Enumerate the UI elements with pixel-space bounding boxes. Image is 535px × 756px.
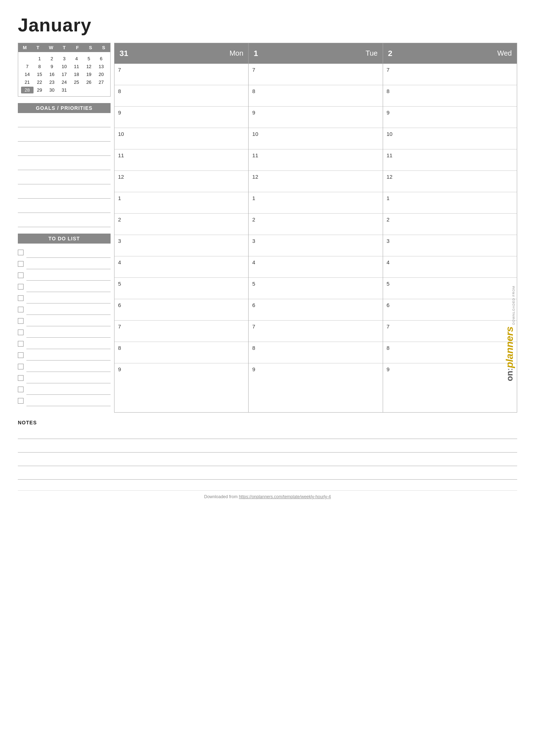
hour-row-tue-8b[interactable]: 8 (249, 342, 382, 363)
hour-row-wed-9[interactable]: 9 (383, 107, 517, 128)
goal-line-8[interactable] (18, 216, 111, 227)
hour-row-mon-8b[interactable]: 8 (114, 342, 248, 363)
hour-row-tue-12[interactable]: 12 (249, 171, 382, 192)
todo-line-7[interactable] (26, 316, 111, 326)
hour-row-tue-9b[interactable]: 9 (249, 363, 382, 385)
hour-row-wed-5[interactable]: 5 (383, 278, 517, 299)
goal-line-1[interactable] (18, 117, 111, 127)
todo-line-14[interactable] (26, 395, 111, 406)
hour-row-tue-9[interactable]: 9 (249, 107, 382, 128)
hour-row-wed-4[interactable]: 4 (383, 256, 517, 278)
hour-row-mon-5[interactable]: 5 (114, 278, 248, 299)
day-header-tue: 1 Tue (249, 43, 382, 64)
todo-line-5[interactable] (26, 293, 111, 303)
todo-line-12[interactable] (26, 373, 111, 383)
hour-row-wed-7[interactable]: 7 (383, 64, 517, 85)
hour-row-mon-12[interactable]: 12 (114, 171, 248, 192)
hour-row-tue-2[interactable]: 2 (249, 214, 382, 235)
hour-label-mon-5: 5 (118, 280, 128, 287)
hour-row-mon-8[interactable]: 8 (114, 85, 248, 107)
todo-line-1[interactable] (26, 247, 111, 258)
hour-label-wed-9b: 9 (387, 366, 397, 372)
hour-label-wed-11: 11 (387, 152, 397, 158)
hour-row-mon-7[interactable]: 7 (114, 64, 248, 85)
hour-row-mon-11[interactable]: 11 (114, 149, 248, 171)
cal-header-t2: T (58, 44, 71, 51)
todo-line-9[interactable] (26, 338, 111, 349)
todo-line-4[interactable] (26, 281, 111, 292)
todo-checkbox-9[interactable] (18, 341, 24, 347)
hour-label-mon-4: 4 (118, 259, 128, 265)
hour-label-tue-8: 8 (252, 87, 262, 94)
todo-checkbox-4[interactable] (18, 284, 24, 290)
hour-row-tue-7b[interactable]: 7 (249, 321, 382, 342)
todo-line-11[interactable] (26, 361, 111, 372)
todo-checkbox-14[interactable] (18, 398, 24, 404)
hour-row-wed-9b[interactable]: 9 DOWNLOADED FROM on:planners (383, 363, 517, 385)
hour-row-wed-1[interactable]: 1 (383, 192, 517, 214)
todo-checkbox-7[interactable] (18, 318, 24, 324)
hour-row-mon-10[interactable]: 10 (114, 128, 248, 149)
notes-line-4[interactable] (18, 469, 517, 480)
todo-checkbox-10[interactable] (18, 352, 24, 358)
footer-link[interactable]: https://onplanners.com/template/weekly-h… (239, 494, 331, 499)
hour-row-tue-8[interactable]: 8 (249, 85, 382, 107)
hour-row-mon-7b[interactable]: 7 (114, 321, 248, 342)
goal-line-6[interactable] (18, 188, 111, 199)
todo-checkbox-11[interactable] (18, 364, 24, 369)
todo-checkbox-5[interactable] (18, 295, 24, 301)
hour-row-mon-1[interactable]: 1 (114, 192, 248, 214)
hour-row-mon-3[interactable]: 3 (114, 235, 248, 256)
cal-row-4: 21222324252627 (21, 79, 107, 86)
notes-section: NOTES (18, 420, 517, 480)
todo-checkbox-2[interactable] (18, 261, 24, 267)
todo-line-2[interactable] (26, 259, 111, 269)
hour-label-wed-4: 4 (387, 259, 397, 265)
goal-line-3[interactable] (18, 145, 111, 156)
hour-row-tue-6[interactable]: 6 (249, 299, 382, 321)
notes-line-3[interactable] (18, 455, 517, 466)
hour-row-tue-3[interactable]: 3 (249, 235, 382, 256)
todo-line-13[interactable] (26, 384, 111, 395)
todo-item-13 (18, 384, 111, 395)
todo-checkbox-1[interactable] (18, 250, 24, 255)
hour-row-tue-5[interactable]: 5 (249, 278, 382, 299)
hour-row-wed-10[interactable]: 10 (383, 128, 517, 149)
todo-checkbox-13[interactable] (18, 387, 24, 392)
todo-checkbox-12[interactable] (18, 375, 24, 381)
goal-line-2[interactable] (18, 131, 111, 142)
hour-row-wed-2[interactable]: 2 (383, 214, 517, 235)
hour-label-tue-9: 9 (252, 109, 262, 116)
todo-checkbox-3[interactable] (18, 272, 24, 278)
todo-line-6[interactable] (26, 304, 111, 315)
todo-line-8[interactable] (26, 327, 111, 338)
day-name-wed: Wed (497, 49, 512, 57)
notes-line-2[interactable] (18, 442, 517, 453)
hour-row-wed-11[interactable]: 11 (383, 149, 517, 171)
hour-row-mon-9[interactable]: 9 (114, 107, 248, 128)
hour-row-tue-7[interactable]: 7 (249, 64, 382, 85)
todo-line-3[interactable] (26, 270, 111, 281)
hour-row-tue-11[interactable]: 11 (249, 149, 382, 171)
hour-row-wed-7b[interactable]: 7 (383, 321, 517, 342)
hour-row-tue-4[interactable]: 4 (249, 256, 382, 278)
hour-row-wed-6[interactable]: 6 (383, 299, 517, 321)
hour-label-tue-9b: 9 (252, 366, 262, 372)
hour-row-mon-6[interactable]: 6 (114, 299, 248, 321)
goal-line-5[interactable] (18, 174, 111, 184)
goal-line-4[interactable] (18, 159, 111, 170)
hour-row-wed-8b[interactable]: 8 (383, 342, 517, 363)
notes-line-1[interactable] (18, 428, 517, 439)
hour-row-mon-4[interactable]: 4 (114, 256, 248, 278)
hour-row-mon-2[interactable]: 2 (114, 214, 248, 235)
todo-line-10[interactable] (26, 350, 111, 361)
hour-row-wed-8[interactable]: 8 (383, 85, 517, 107)
todo-checkbox-6[interactable] (18, 307, 24, 312)
hour-row-wed-12[interactable]: 12 (383, 171, 517, 192)
todo-checkbox-8[interactable] (18, 330, 24, 335)
hour-row-tue-1[interactable]: 1 (249, 192, 382, 214)
hour-row-wed-3[interactable]: 3 (383, 235, 517, 256)
goal-line-7[interactable] (18, 202, 111, 213)
hour-row-mon-9b[interactable]: 9 (114, 363, 248, 385)
hour-row-tue-10[interactable]: 10 (249, 128, 382, 149)
